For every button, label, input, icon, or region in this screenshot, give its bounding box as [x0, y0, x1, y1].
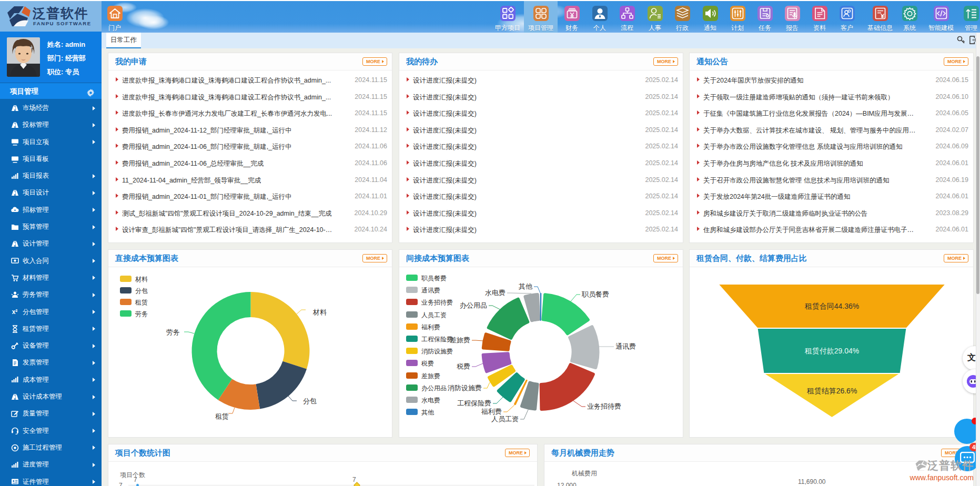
- svg-text:租赁合同44.36%: 租赁合同44.36%: [805, 302, 859, 310]
- svg-text:分包: 分包: [303, 397, 317, 405]
- svg-text:工程保险费: 工程保险费: [457, 399, 491, 407]
- svg-text:其他: 其他: [519, 282, 533, 290]
- svg-text:职员餐费: 职员餐费: [581, 290, 609, 298]
- svg-text:业务招待费: 业务招待费: [587, 402, 621, 410]
- svg-text:人员工资: 人员工资: [491, 415, 519, 423]
- svg-text:租赁: 租赁: [215, 412, 229, 420]
- svg-text:租赁付款29.04%: 租赁付款29.04%: [805, 347, 859, 355]
- svg-text:水电费: 水电费: [485, 289, 506, 297]
- svg-text:租赁结算26.6%: 租赁结算26.6%: [807, 387, 857, 395]
- svg-text:办公用品: 办公用品: [460, 301, 487, 309]
- svg-text:材料: 材料: [312, 308, 327, 316]
- svg-text:劳务: 劳务: [166, 328, 180, 336]
- svg-text:福利费: 福利费: [481, 408, 502, 416]
- svg-text:税费: 税费: [457, 362, 470, 370]
- svg-text:通讯费: 通讯费: [615, 342, 636, 350]
